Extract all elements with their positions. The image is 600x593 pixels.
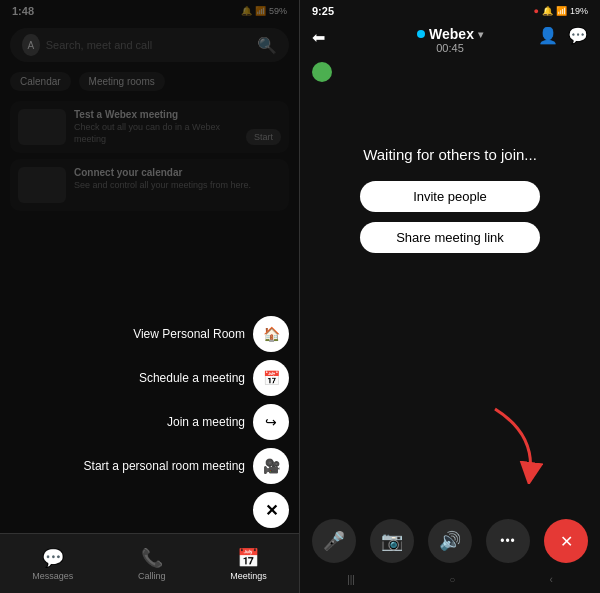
- call-title: Webex ▾: [417, 26, 483, 42]
- menu-label-join: Join a meeting: [167, 415, 245, 429]
- close-icon: ✕: [265, 501, 278, 520]
- battery-right: 19%: [570, 6, 588, 16]
- webex-status-dot: [417, 30, 425, 38]
- end-call-icon: ✕: [560, 532, 573, 551]
- people-icon[interactable]: 👤: [538, 26, 558, 45]
- menu-icon-join[interactable]: ↪: [253, 404, 289, 440]
- camera-off-icon: 📷: [381, 530, 403, 552]
- bottom-nav-left: 💬 Messages 📞 Calling 📅 Meetings: [0, 533, 299, 593]
- sys-home[interactable]: ○: [449, 574, 455, 585]
- sys-recent[interactable]: ‹: [550, 574, 553, 585]
- menu-label-schedule: Schedule a meeting: [139, 371, 245, 385]
- end-call-button[interactable]: ✕: [544, 519, 588, 563]
- menu-item-personal-room[interactable]: Start a personal room meeting 🎥: [84, 448, 289, 484]
- home-icon: 🏠: [263, 326, 280, 342]
- menu-item-join[interactable]: Join a meeting ↪: [167, 404, 289, 440]
- nav-meetings[interactable]: 📅 Meetings: [230, 547, 267, 581]
- status-icons-right: ● 🔔 📶 19%: [534, 6, 588, 16]
- nav-messages-label: Messages: [32, 571, 73, 581]
- speaker-button[interactable]: 🔊: [428, 519, 472, 563]
- more-button[interactable]: •••: [486, 519, 530, 563]
- call-header: Webex ▾ 00:45 👤 💬: [300, 22, 600, 58]
- menu-label-view-room: View Personal Room: [133, 327, 245, 341]
- menu-label-personal-room: Start a personal room meeting: [84, 459, 245, 473]
- join-icon: ↪: [265, 414, 277, 430]
- mic-icon: 🎤: [323, 530, 345, 552]
- nav-meetings-label: Meetings: [230, 571, 267, 581]
- menu-icon-schedule[interactable]: 📅: [253, 360, 289, 396]
- nav-messages[interactable]: 💬 Messages: [32, 547, 73, 581]
- left-phone: 1:48 🔔 📶 59% A 🔍 Calendar Meeting rooms …: [0, 0, 300, 593]
- red-arrow-indicator: [485, 404, 545, 488]
- sys-back[interactable]: |||: [347, 574, 355, 585]
- nav-calling-label: Calling: [138, 571, 166, 581]
- call-controls: 🎤 📷 🔊 ••• ✕: [300, 519, 600, 563]
- recording-icon: ●: [534, 6, 539, 16]
- right-phone: 9:25 ● 🔔 📶 19% ⬅ Webex ▾ 00:45 👤 💬 Waiti: [300, 0, 600, 593]
- chat-icon[interactable]: 💬: [568, 26, 588, 45]
- mute-button[interactable]: 🎤: [312, 519, 356, 563]
- messages-icon: 💬: [42, 547, 64, 569]
- menu-icon-view-room[interactable]: 🏠: [253, 316, 289, 352]
- time-right: 9:25: [312, 5, 334, 17]
- share-meeting-link-button[interactable]: Share meeting link: [360, 222, 540, 253]
- nav-calling[interactable]: 📞 Calling: [138, 547, 166, 581]
- meetings-icon: 📅: [237, 547, 259, 569]
- invite-people-button[interactable]: Invite people: [360, 181, 540, 212]
- notification-icon-r: 🔔: [542, 6, 553, 16]
- wifi-icon-r: 📶: [556, 6, 567, 16]
- arrow-svg: [485, 404, 545, 484]
- call-timer: 00:45: [436, 42, 464, 54]
- dropdown-icon: ▾: [478, 29, 483, 40]
- menu-item-schedule[interactable]: Schedule a meeting 📅: [139, 360, 289, 396]
- menu-item-view-room[interactable]: View Personal Room 🏠: [133, 316, 289, 352]
- floating-menu: View Personal Room 🏠 Schedule a meeting …: [84, 316, 289, 528]
- menu-item-close[interactable]: ✕: [253, 492, 289, 528]
- more-icon: •••: [500, 534, 516, 548]
- close-button[interactable]: ✕: [253, 492, 289, 528]
- system-bar-right: ||| ○ ‹: [300, 571, 600, 587]
- waiting-text: Waiting for others to join...: [363, 146, 537, 163]
- video-icon: 🎥: [263, 458, 280, 474]
- calling-icon: 📞: [141, 547, 163, 569]
- app-name: Webex: [429, 26, 474, 42]
- speaker-icon: 🔊: [439, 530, 461, 552]
- calendar-icon: 📅: [263, 370, 280, 386]
- header-actions: 👤 💬: [538, 26, 588, 45]
- status-bar-right: 9:25 ● 🔔 📶 19%: [300, 0, 600, 22]
- camera-button[interactable]: 📷: [370, 519, 414, 563]
- menu-icon-personal-room[interactable]: 🎥: [253, 448, 289, 484]
- active-status-dot: [312, 62, 332, 82]
- call-body: Waiting for others to join... Invite peo…: [300, 86, 600, 273]
